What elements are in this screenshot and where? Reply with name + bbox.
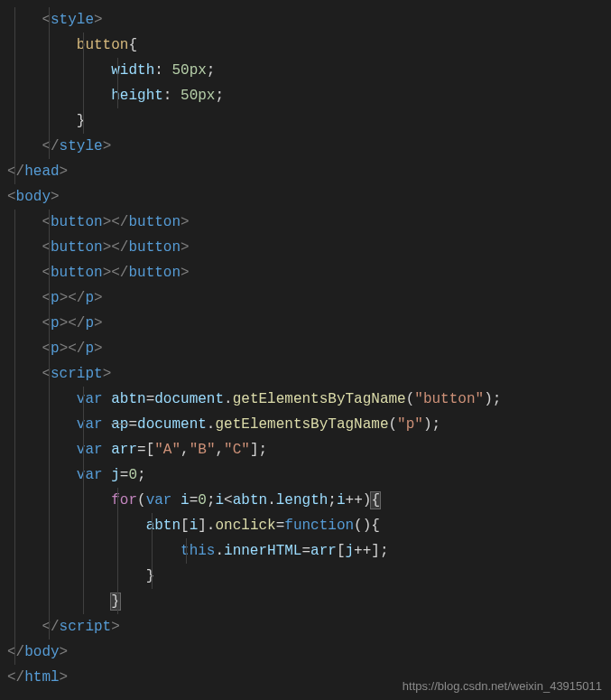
- code-line: <p></p>: [0, 336, 611, 361]
- code-line: abtn[i].onclick=function(){: [0, 513, 611, 538]
- code-editor[interactable]: <style> button{ width: 50px; height: 50p…: [0, 0, 611, 690]
- code-line: var j=0;: [0, 462, 611, 488]
- watermark-text: https://blog.csdn.net/weixin_43915011: [403, 679, 602, 693]
- code-line: <button></button>: [0, 235, 611, 260]
- code-line: var arr=["A","B","C"];: [0, 437, 611, 462]
- code-line: <button></button>: [0, 260, 611, 285]
- code-line: <p></p>: [0, 285, 611, 311]
- code-line: height: 50px;: [0, 83, 611, 108]
- code-line: }: [0, 108, 611, 134]
- code-line: </body>: [0, 639, 611, 665]
- code-line: this.innerHTML=arr[j++];: [0, 538, 611, 564]
- code-line: </head>: [0, 159, 611, 184]
- code-line: var ap=document.getElementsByTagName("p"…: [0, 412, 611, 437]
- code-line: <body>: [0, 184, 611, 210]
- code-line: <p></p>: [0, 311, 611, 336]
- code-line: <script>: [0, 361, 611, 387]
- code-line: button{: [0, 33, 611, 58]
- code-line: var abtn=document.getElementsByTagName("…: [0, 387, 611, 412]
- code-line: }: [0, 589, 611, 614]
- code-line: }: [0, 564, 611, 589]
- code-line: </style>: [0, 134, 611, 159]
- code-line: width: 50px;: [0, 58, 611, 83]
- code-line: <style>: [0, 7, 611, 33]
- code-line: </script>: [0, 614, 611, 639]
- code-line: <button></button>: [0, 210, 611, 235]
- code-line: for(var i=0;i<abtn.length;i++){: [0, 488, 611, 513]
